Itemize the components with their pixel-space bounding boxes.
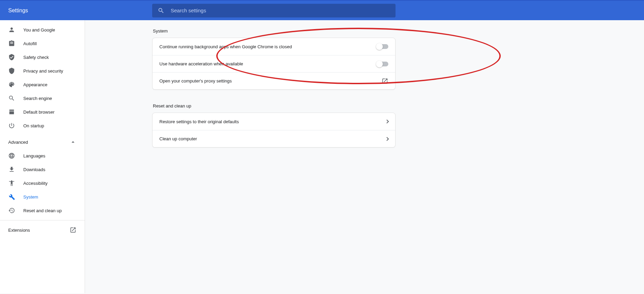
sidebar-item-label: Privacy and security [23,68,63,74]
setting-label: Open your computer's proxy settings [159,78,232,84]
section-title-system: System [152,28,396,34]
setting-row-proxy[interactable]: Open your computer's proxy settings [153,72,395,89]
toggle-hardware-accel[interactable] [377,62,388,66]
wrench-icon [8,193,15,200]
sidebar-item-label: Safety check [23,55,49,60]
sidebar-item-label: Autofill [23,41,37,46]
sidebar-item-autofill[interactable]: Autofill [0,37,85,50]
sidebar-item-label: Downloads [23,167,45,172]
sidebar-item-search-engine[interactable]: Search engine [0,91,85,105]
section-title-reset: Reset and clean up [152,103,396,108]
sidebar-item-label: Default browser [23,110,54,115]
chevron-right-icon [385,137,389,141]
reset-card: Restore settings to their original defau… [152,113,396,148]
browser-icon [8,108,15,115]
setting-row-background-apps: Continue running background apps when Go… [153,38,395,55]
sidebar-item-label: You and Google [23,27,55,33]
sidebar-item-system[interactable]: System [0,190,85,204]
setting-row-restore-defaults[interactable]: Restore settings to their original defau… [153,113,395,130]
sidebar-item-reset[interactable]: Reset and clean up [0,204,85,217]
sidebar-item-accessibility[interactable]: Accessibility [0,176,85,190]
sidebar-item-on-startup[interactable]: On startup [0,119,85,132]
search-icon [158,7,165,14]
person-icon [8,26,15,33]
sidebar-item-label: Search engine [23,96,52,101]
header-bar: Settings [0,1,644,20]
shield-icon [8,67,15,74]
content-area: System Continue running background apps … [85,20,644,293]
chevron-up-icon [70,139,76,145]
setting-label: Clean up computer [159,136,197,141]
system-card: Continue running background apps when Go… [152,38,396,90]
page-title: Settings [8,8,152,14]
download-icon [8,166,15,173]
advanced-label: Advanced [8,140,28,145]
sidebar-section-advanced[interactable]: Advanced [0,135,85,149]
launch-icon [381,78,388,85]
clipboard-icon [8,40,15,47]
sidebar-item-safety-check[interactable]: Safety check [0,50,85,64]
restore-icon [8,207,15,214]
search-input[interactable] [171,8,390,13]
divider [0,220,85,220]
setting-row-hardware-accel: Use hardware acceleration when available [153,55,395,72]
globe-icon [8,152,15,159]
launch-icon [70,227,76,233]
setting-label: Continue running background apps when Go… [159,44,292,49]
sidebar-item-default-browser[interactable]: Default browser [0,105,85,119]
sidebar-item-extensions[interactable]: Extensions [0,223,85,237]
extensions-label: Extensions [8,228,30,233]
sidebar-item-label: System [23,194,38,200]
sidebar-item-privacy[interactable]: Privacy and security [0,64,85,78]
setting-row-cleanup[interactable]: Clean up computer [153,130,395,147]
search-icon [8,95,15,102]
sidebar-item-label: Languages [23,153,45,158]
sidebar-item-languages[interactable]: Languages [0,149,85,163]
sidebar-item-you-and-google[interactable]: You and Google [0,23,85,37]
accessibility-icon [8,180,15,187]
setting-label: Restore settings to their original defau… [159,119,239,124]
sidebar-item-downloads[interactable]: Downloads [0,163,85,176]
palette-icon [8,81,15,88]
sidebar-item-label: On startup [23,123,44,128]
sidebar-item-label: Accessibility [23,181,48,186]
search-container[interactable] [152,4,396,17]
chevron-right-icon [385,119,389,123]
toggle-background-apps[interactable] [377,44,388,49]
verified-icon [8,54,15,61]
sidebar-item-appearance[interactable]: Appearance [0,78,85,91]
sidebar-item-label: Appearance [23,82,47,87]
setting-label: Use hardware acceleration when available [159,61,243,66]
sidebar: You and Google Autofill Safety check Pri… [0,20,85,293]
sidebar-item-label: Reset and clean up [23,208,62,213]
power-icon [8,122,15,129]
